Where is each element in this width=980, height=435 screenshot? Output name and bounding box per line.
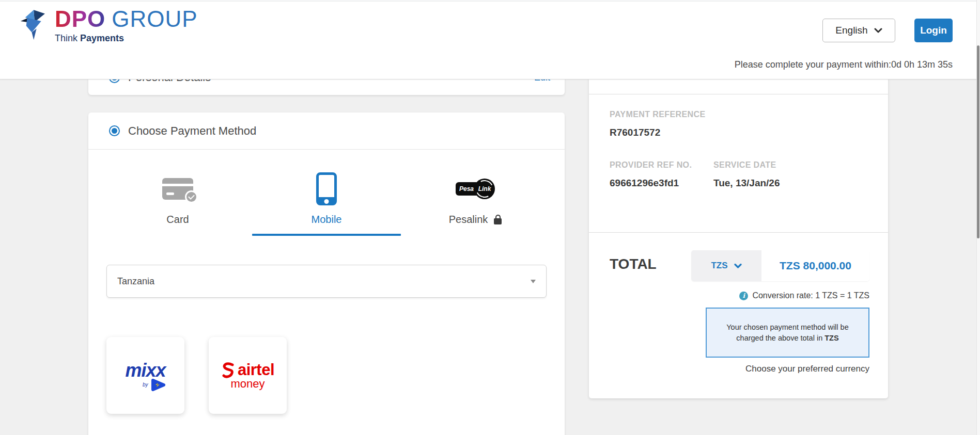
payment-method-tabs: Card Mobile Pesa Link — [88, 170, 565, 236]
tab-mobile-label: Mobile — [312, 214, 342, 225]
total-amount-box: TZS 80,000.00 — [761, 250, 869, 281]
currency-select-value: TZS — [711, 261, 727, 271]
payment-reference-label: PAYMENT REFERENCE — [610, 110, 706, 119]
language-selector[interactable]: English — [822, 19, 895, 42]
check-badge-icon — [185, 190, 198, 203]
choose-payment-method-card: Choose Payment Method Card — [88, 112, 565, 435]
divider — [589, 232, 888, 233]
choose-preferred-currency-link[interactable]: Choose your preferred currency — [745, 364, 869, 374]
credit-card-icon — [162, 178, 193, 200]
yas-triangle-icon — [150, 378, 166, 392]
choose-payment-method-header: Choose Payment Method — [88, 112, 565, 150]
country-select[interactable]: Tanzania — [106, 265, 547, 298]
tab-pesalink-label: Pesalink — [449, 214, 502, 225]
dropdown-caret-icon — [531, 280, 536, 283]
provider-tile-mixx[interactable]: mixx by — [106, 337, 184, 414]
tab-mobile[interactable]: Mobile — [252, 170, 401, 236]
provider-ref-value: 69661296e3fd1 — [610, 178, 679, 189]
airtel-logo: airtel money — [221, 361, 274, 391]
scrollbar-thumb[interactable] — [977, 45, 979, 238]
choose-payment-method-title: Choose Payment Method — [128, 124, 256, 138]
payment-timer: Please complete your payment within:0d 0… — [735, 59, 953, 70]
divider — [589, 94, 888, 94]
tab-card[interactable]: Card — [103, 170, 252, 236]
payment-reference-value: R76017572 — [610, 127, 660, 138]
country-select-value: Tanzania — [117, 276, 154, 287]
choose-payment-method-radio[interactable] — [109, 125, 120, 136]
conversion-rate-row: Conversion rate: 1 TZS = 1 TZS — [739, 291, 869, 300]
conversion-rate-text: Conversion rate: 1 TZS = 1 TZS — [752, 291, 869, 300]
page-header: DPO GROUP Think Payments English Login P… — [0, 0, 980, 79]
brand-tagline: Think Payments — [55, 33, 198, 44]
total-amount-value: TZS 80,000.00 — [780, 260, 851, 272]
mixx-logo: mixx by — [125, 360, 165, 392]
charge-currency-note: Your chosen payment method will be charg… — [706, 308, 869, 358]
chevron-down-icon — [874, 28, 882, 33]
language-selector-value: English — [835, 25, 867, 36]
info-icon — [739, 292, 748, 300]
provider-tile-airtel[interactable]: airtel money — [209, 337, 287, 414]
top-hairline — [0, 0, 980, 2]
tab-pesalink[interactable]: Pesa Link Pesalink — [401, 170, 550, 236]
lock-icon — [494, 218, 502, 224]
provider-tiles: mixx by airtel — [106, 337, 565, 414]
provider-ref-label: PROVIDER REF NO. — [610, 160, 692, 170]
charge-note-line2: charged the above total in TZS — [736, 333, 838, 344]
total-label: TOTAL — [610, 256, 657, 272]
tab-card-label: Card — [166, 214, 189, 225]
mobile-phone-icon — [316, 172, 337, 205]
airtel-swoosh-icon — [221, 362, 235, 378]
charge-note-line1: Your chosen payment method will be — [726, 322, 848, 333]
brand-group-text: GROUP — [112, 6, 197, 32]
login-button[interactable]: Login — [914, 19, 953, 42]
dpo-group-logo: DPO GROUP Think Payments — [20, 6, 198, 44]
payment-page: Personal Details Edit Choose Payment Met… — [0, 0, 980, 435]
order-summary-card: MOBILE PAYMENT REFERENCE R76017572 PROVI… — [589, 31, 888, 398]
active-tab-indicator — [252, 234, 401, 236]
service-date-label: SERVICE DATE — [713, 160, 776, 170]
pesalink-icon: Pesa Link — [456, 178, 495, 200]
scrollbar-track[interactable] — [976, 0, 980, 435]
total-amount-control: TZS TZS 80,000.00 — [691, 250, 869, 281]
currency-select[interactable]: TZS — [691, 250, 761, 281]
brand-dpo-text: DPO — [55, 6, 105, 32]
chevron-down-icon — [734, 264, 742, 268]
bird-logo-icon — [20, 9, 50, 43]
service-date-value: Tue, 13/Jan/26 — [713, 178, 780, 189]
